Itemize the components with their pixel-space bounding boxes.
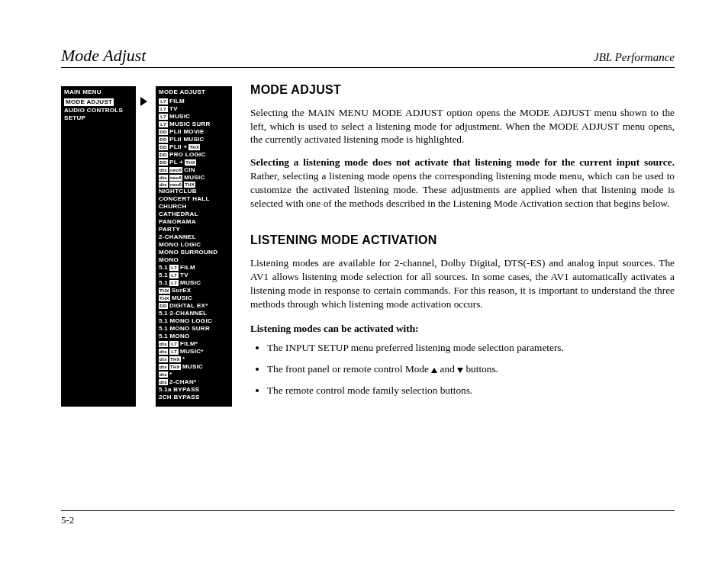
dts-icon: dts (159, 175, 168, 181)
dts-icon: dts (159, 182, 168, 188)
mode-item-label: 2-CHANNEL (159, 233, 196, 241)
thx-icon: THX (169, 356, 181, 362)
mode-item-label: * (182, 355, 185, 363)
mode-adjust-item: PANORAMA (159, 218, 229, 226)
mode-item-label: 5.1 (159, 272, 168, 279)
mode-item-label: MUSIC* (180, 348, 204, 355)
mode-item-label: MONO LOGIC (159, 241, 201, 249)
mode-adjust-item: DDPLII MUSIC (159, 136, 229, 143)
l7-icon: L7 (159, 106, 168, 112)
listening-bullets: The INPUT SETUP menu preferred listening… (250, 341, 675, 397)
mode-adjust-p2-bold: Selecting a listening mode does not acti… (250, 156, 675, 168)
mode-adjust-item: MONO SURROUND (159, 249, 229, 256)
mode-adjust-menu-title: MODE ADJUST (159, 88, 229, 96)
thx-icon: THX (185, 159, 196, 166)
arrow-right-icon (140, 97, 147, 106)
mode-down-icon (457, 368, 463, 373)
listening-bullet: The INPUT SETUP menu preferred listening… (267, 341, 675, 355)
main-menu-title: MAIN MENU (64, 88, 133, 96)
page-number: 5-2 (61, 514, 74, 526)
l7-icon: L7 (159, 114, 168, 120)
mode-item-label: 5.1 MONO (159, 333, 190, 340)
mode-adjust-item: L7MUSIC (159, 113, 229, 121)
mode-adjust-item: NIGHTCLUB (159, 188, 229, 195)
main-menu-box: MAIN MENU MODE ADJUSTAUDIO CONTROLSSETUP (61, 86, 136, 407)
l7-icon: L7 (159, 121, 168, 127)
mode-adjust-item: THXSurEX (159, 287, 229, 294)
mode-item-label: 2CH BYPASS (159, 394, 200, 401)
mode-item-label: PL + (169, 159, 183, 166)
l7-icon: L7 (169, 280, 179, 286)
mode-item-label: MONO (159, 256, 179, 264)
mode-item-label: 2-CHAN* (169, 378, 196, 386)
mode-item-label: MONO SURROUND (159, 249, 217, 256)
dts-icon: dts (159, 167, 168, 173)
mode-item-label: CATHEDRAL (159, 211, 198, 218)
dd-icon: DD (159, 159, 168, 166)
l7-icon: L7 (169, 272, 179, 278)
mode-item-label: CONCERT HALL (159, 195, 210, 203)
mode-item-label: FILM (180, 264, 195, 272)
mode-item-label: PRO LOGIC (169, 151, 206, 159)
listening-bullet: The front panel or remote control Mode a… (267, 362, 675, 376)
mode-item-label: 5.1 MONO SURR (159, 325, 210, 333)
mode-adjust-item: 5.1a BYPASS (159, 386, 229, 394)
mode-item-label: MUSIC (172, 294, 192, 302)
dd-icon: DD (159, 137, 168, 143)
mode-adjust-item: DDDIGITAL EX* (159, 302, 229, 310)
neo6-icon: neo6 (169, 167, 182, 173)
mode-item-label: MUSIC SURR (169, 121, 211, 128)
mode-item-label: MUSIC (182, 363, 203, 371)
mode-item-label: FILM* (180, 340, 198, 348)
dd-icon: DD (159, 152, 168, 158)
mode-adjust-p1: Selecting the MAIN MENU MODE ADJUST opti… (250, 106, 675, 147)
mode-adjust-item: 5.1L7 MUSIC (159, 279, 229, 287)
mode-adjust-item: CONCERT HALL (159, 195, 229, 203)
mode-adjust-item: dtsneo6THX (159, 182, 229, 188)
mode-item-label: CIN (184, 166, 195, 174)
thx-icon: THX (184, 182, 195, 188)
mode-item-label: PANORAMA (159, 218, 196, 226)
mode-adjust-item: DDPLII + THX (159, 143, 229, 151)
dd-icon: DD (159, 129, 168, 135)
mode-item-label: 5.1 2-CHANNEL (159, 310, 207, 317)
mode-adjust-item: DDPRO LOGIC (159, 151, 229, 159)
thx-icon: THX (169, 364, 181, 370)
mode-adjust-item: dts2-CHAN* (159, 378, 229, 386)
dd-icon: DD (159, 144, 168, 150)
main-menu-item: SETUP (64, 114, 133, 122)
l7-icon: L7 (159, 98, 168, 105)
mode-item-label: SurEX (172, 287, 192, 294)
l7-icon: L7 (169, 349, 179, 355)
mode-adjust-menu-box: MODE ADJUST L7FILML7TVL7MUSICL7MUSIC SUR… (156, 86, 232, 407)
dd-icon: DD (159, 303, 168, 309)
dts-icon: dts (159, 372, 168, 378)
listening-bullet: The remote control mode family selection… (267, 384, 675, 397)
mode-adjust-item: PARTY (159, 226, 229, 233)
mode-adjust-item: L7FILM (159, 98, 229, 105)
mode-adjust-item: 5.1L7 FILM (159, 264, 229, 272)
mode-adjust-item: THXMUSIC (159, 294, 229, 302)
mode-adjust-item: CHURCH (159, 203, 229, 211)
header-section-title: Mode Adjust (61, 46, 146, 66)
mode-adjust-item: dtsTHXMUSIC (159, 363, 229, 371)
mode-adjust-item: MONO LOGIC (159, 241, 229, 249)
dts-icon: dts (159, 364, 168, 370)
listening-heading: LISTENING MODE ACTIVATION (250, 232, 675, 249)
mode-adjust-item: DDPLII MOVIE (159, 128, 229, 136)
listening-subheading: Listening modes can be activated with: (250, 322, 675, 336)
neo6-icon: neo6 (169, 175, 182, 181)
mode-item-label: TV (169, 105, 178, 113)
mode-item-label: DIGITAL EX* (169, 302, 208, 310)
mode-adjust-item: CATHEDRAL (159, 211, 229, 218)
header-brand: JBL Performance (594, 51, 675, 64)
mode-item-label: NIGHTCLUB (159, 188, 197, 195)
menu-screenshots: MAIN MENU MODE ADJUSTAUDIO CONTROLSSETUP… (61, 86, 232, 407)
neo6-icon: neo6 (169, 182, 182, 188)
menu-arrow (140, 86, 151, 407)
mode-adjust-item: 5.1 MONO LOGIC (159, 317, 229, 325)
main-menu-item: AUDIO CONTROLS (64, 107, 133, 114)
mode-adjust-item: 5.1L7 TV (159, 272, 229, 279)
thx-icon: THX (159, 288, 170, 294)
listening-p1: Listening modes are available for 2-chan… (250, 256, 675, 311)
